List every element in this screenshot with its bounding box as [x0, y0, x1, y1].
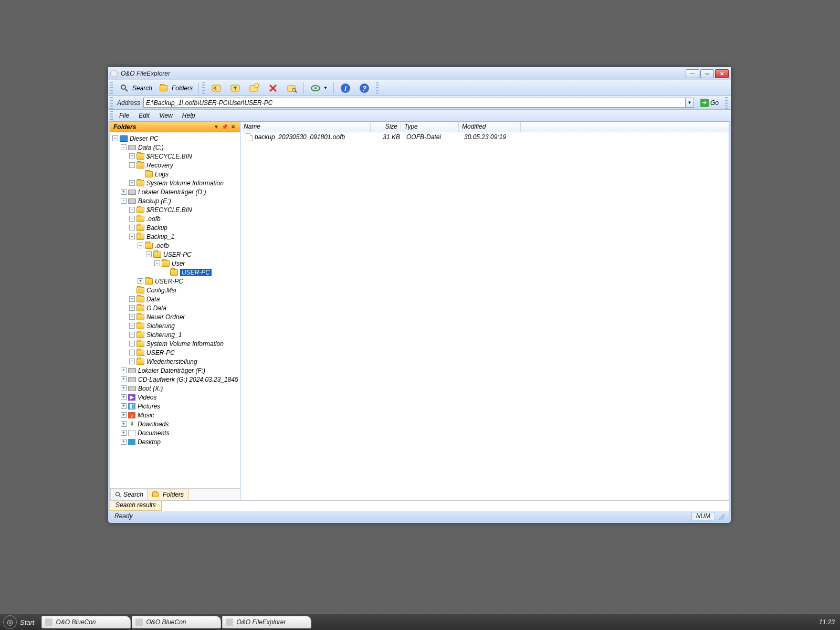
app-icon: [135, 618, 143, 626]
tree-node-local-f[interactable]: +Lokaler Datenträger (F:): [110, 366, 240, 375]
list-row[interactable]: backup_20230530_091801.oofb 31 KB OOFB-D…: [240, 132, 729, 142]
address-input[interactable]: [143, 98, 686, 108]
tree-node[interactable]: +$RECYCLE.BIN: [110, 205, 240, 214]
tree-node[interactable]: Config.Msi: [110, 286, 240, 295]
tree-node[interactable]: +Sicherung: [110, 321, 240, 330]
tb-up-button[interactable]: [227, 81, 244, 96]
tree-node[interactable]: +System Volume Information: [110, 339, 240, 348]
tree-node[interactable]: +.oofb: [110, 214, 240, 223]
tree-node[interactable]: Logs: [110, 170, 240, 178]
tree-node[interactable]: −.oofb: [110, 241, 240, 250]
tree-node[interactable]: +Data: [110, 295, 240, 303]
tree-node-data-c[interactable]: −Data (C:): [110, 143, 240, 152]
start-button[interactable]: ◎: [3, 615, 17, 629]
folder-icon: [136, 225, 144, 231]
panel-close-icon[interactable]: ✕: [229, 123, 237, 131]
tab-search-results[interactable]: Search results: [110, 501, 162, 511]
folder-icon: [160, 85, 167, 91]
resize-grip[interactable]: [717, 512, 724, 520]
tree-node-pictures[interactable]: +◧Pictures: [110, 402, 240, 411]
folders-toolbar-button[interactable]: Folders: [157, 83, 195, 93]
menu-bar: File Edit View Help: [108, 110, 731, 121]
panel-dropdown-icon[interactable]: ▼: [213, 123, 220, 131]
tree-node-music[interactable]: +♪Music: [110, 411, 240, 419]
tree-node[interactable]: −USER-PC: [110, 250, 240, 259]
tree-node-selected[interactable]: USER-PC: [110, 268, 240, 277]
toolbar-grip[interactable]: [110, 97, 113, 109]
address-dropdown-button[interactable]: ▼: [686, 98, 694, 108]
col-name[interactable]: Name: [240, 122, 371, 132]
tree-node[interactable]: +System Volume Information: [110, 178, 240, 187]
folder-icon: [136, 359, 144, 365]
tree-node-boot-x[interactable]: +Boot (X:): [110, 384, 240, 393]
sidebar-tab-folders[interactable]: Folders: [148, 489, 188, 500]
sidebar-tab-search[interactable]: Search: [110, 489, 148, 500]
tree-node[interactable]: +Neuer Ordner: [110, 312, 240, 321]
app-window: O&O FileExplorer — ▭ Search Folders ▼ i: [108, 67, 731, 523]
start-label[interactable]: Start: [20, 618, 34, 626]
col-size[interactable]: Size: [371, 122, 401, 132]
tb-help-button[interactable]: ?: [356, 81, 373, 96]
search-toolbar-button[interactable]: Search: [116, 81, 155, 96]
drive-icon: [128, 145, 136, 150]
toolbar-grip[interactable]: [725, 97, 728, 109]
tree-node-local-d[interactable]: +Lokaler Datenträger (D:): [110, 187, 240, 196]
minimize-button[interactable]: —: [686, 69, 699, 78]
taskbar-item[interactable]: O&O BlueCon: [132, 616, 221, 628]
tree-node-thispc[interactable]: −Dieser PC: [110, 134, 240, 143]
titlebar[interactable]: O&O FileExplorer — ▭: [108, 67, 731, 80]
tree-node[interactable]: +$RECYCLE.BIN: [110, 152, 240, 161]
tree-node-desktop[interactable]: +Desktop: [110, 437, 240, 446]
tree-node[interactable]: +Backup: [110, 223, 240, 232]
tb-back-button[interactable]: [208, 81, 225, 96]
tree-node[interactable]: +Sicherung_1: [110, 330, 240, 339]
toolbar-grip[interactable]: [110, 110, 113, 121]
tree-node-videos[interactable]: +▶Videos: [110, 393, 240, 402]
node-label: Logs: [155, 171, 169, 178]
tb-newfolder-button[interactable]: [246, 81, 262, 96]
taskbar-item[interactable]: O&O FileExplorer: [222, 616, 311, 628]
folder-icon: [145, 278, 153, 285]
toolbar-grip[interactable]: [376, 82, 379, 94]
tree-node[interactable]: +G Data: [110, 303, 240, 312]
tree-node[interactable]: +Wiederherstellung: [110, 357, 240, 366]
tree-node[interactable]: −Recovery: [110, 161, 240, 170]
toolbar-grip[interactable]: [110, 82, 113, 94]
status-bar: Ready NUM: [110, 511, 729, 521]
folder-icon: [136, 153, 144, 160]
col-modified[interactable]: Modified: [459, 122, 521, 132]
toolbar-grip[interactable]: [202, 82, 205, 94]
app-icon: [226, 618, 233, 626]
tree-node[interactable]: +USER-PC: [110, 348, 240, 357]
tb-delete-button[interactable]: [265, 81, 281, 96]
tree-node-cd-g[interactable]: +CD-Laufwerk (G:) 2024.03.23_1845: [110, 375, 240, 384]
file-list-pane: Name Size Type Modified backup_20230530_…: [240, 122, 729, 500]
col-type[interactable]: Type: [401, 122, 459, 132]
panel-pin-icon[interactable]: 📌: [221, 123, 228, 131]
tb-info-button[interactable]: i: [337, 81, 354, 96]
downloads-icon: ⬇: [128, 421, 135, 427]
menu-help[interactable]: Help: [178, 111, 200, 120]
menu-edit[interactable]: Edit: [134, 111, 154, 120]
taskbar-clock[interactable]: 11:23: [819, 618, 835, 626]
node-label: Music: [138, 412, 154, 419]
tree-node[interactable]: −Backup_1: [110, 232, 240, 241]
close-button[interactable]: [715, 69, 729, 78]
tb-view-button[interactable]: ▼: [307, 81, 330, 96]
taskbar-item[interactable]: O&O BlueCon: [41, 616, 131, 628]
tree-node-documents[interactable]: +Documents: [110, 428, 240, 437]
folder-tree[interactable]: −Dieser PC −Data (C:) +$RECYCLE.BIN −Rec…: [110, 132, 240, 488]
tree-node-backup-e[interactable]: −Backup (E:): [110, 196, 240, 205]
node-label: G Data: [146, 304, 166, 312]
menu-view[interactable]: View: [155, 111, 177, 120]
tree-node[interactable]: −User: [110, 259, 240, 268]
maximize-button[interactable]: ▭: [700, 69, 714, 78]
tb-find-folder-button[interactable]: [284, 81, 300, 96]
list-body[interactable]: backup_20230530_091801.oofb 31 KB OOFB-D…: [240, 132, 729, 500]
svg-point-0: [121, 85, 125, 89]
go-button[interactable]: ➔ Go: [697, 98, 722, 108]
tree-node-downloads[interactable]: +⬇Downloads: [110, 419, 240, 428]
menu-file[interactable]: File: [115, 111, 133, 120]
tree-node[interactable]: +USER-PC: [110, 277, 240, 286]
folder-icon: [145, 243, 153, 249]
